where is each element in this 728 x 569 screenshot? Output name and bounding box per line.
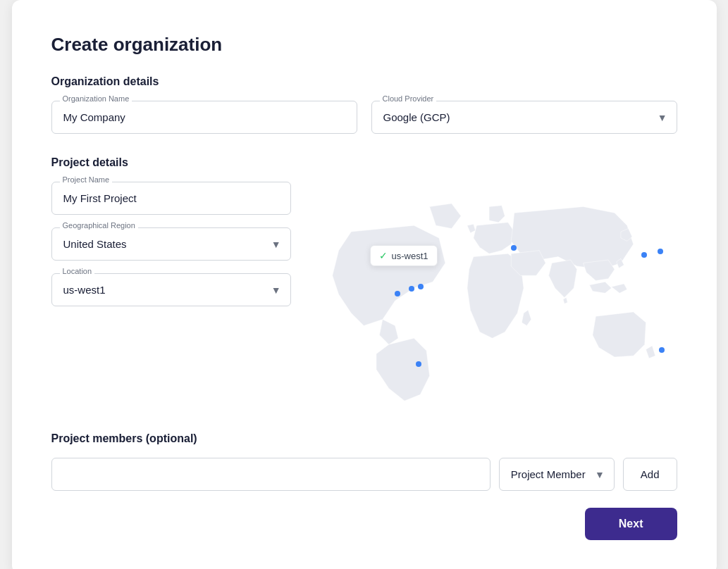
main-card: Create organization Organization details…: [12, 0, 717, 569]
org-details-row: Organization Name Cloud Provider Google …: [51, 101, 677, 134]
map-tooltip-check-icon: ✓: [379, 250, 388, 261]
map-dot-asia1: [641, 252, 647, 258]
next-button[interactable]: Next: [585, 508, 677, 540]
location-field: Location us-west1 us-east1 us-central1 ▼: [51, 273, 291, 306]
add-member-button[interactable]: Add: [623, 458, 677, 491]
org-name-input[interactable]: [51, 101, 357, 134]
world-map: .land { fill: #e8eaf0; stroke: #fff; str…: [314, 182, 677, 407]
member-email-input[interactable]: [51, 458, 491, 491]
geo-region-select[interactable]: United States Europe Asia Pacific: [51, 227, 291, 261]
geo-region-field: Geographical Region United States Europe…: [51, 227, 291, 261]
org-details-heading: Organization details: [51, 75, 677, 88]
map-dot-us3: [418, 284, 424, 289]
cloud-provider-field: Cloud Provider Google (GCP) AWS Azure ▼: [371, 101, 677, 134]
members-row: Project Member Admin Viewer ▼ Add: [51, 458, 677, 491]
org-name-field: Organization Name: [51, 101, 357, 134]
location-select[interactable]: us-west1 us-east1 us-central1: [51, 273, 291, 306]
project-details-heading: Project details: [51, 156, 677, 169]
project-members-heading: Project members (optional): [51, 432, 677, 445]
project-members-section: Project members (optional) Project Membe…: [51, 432, 677, 491]
map-dot-au: [659, 347, 665, 353]
map-dot-asia2: [658, 249, 663, 254]
cloud-provider-select[interactable]: Google (GCP) AWS Azure: [371, 101, 677, 134]
page-title: Create organization: [51, 34, 677, 56]
project-name-input[interactable]: [51, 182, 291, 215]
project-content: Project Name Geographical Region United …: [51, 182, 677, 410]
footer-row: Next: [51, 508, 677, 540]
project-form: Project Name Geographical Region United …: [51, 182, 291, 319]
map-tooltip-label: us-west1: [392, 251, 428, 261]
project-details-section: Project details Project Name Geographica…: [51, 156, 677, 410]
role-select-wrapper: Project Member Admin Viewer ▼: [499, 458, 615, 491]
org-details-section: Organization details Organization Name C…: [51, 75, 677, 134]
role-select[interactable]: Project Member Admin Viewer: [499, 458, 615, 491]
map-tooltip: ✓ us-west1: [370, 245, 438, 266]
project-name-field: Project Name: [51, 182, 291, 215]
map-dot-sa: [416, 361, 421, 367]
map-dot-us1: [395, 291, 400, 296]
map-container: ✓ us-west1 .land { fill: #e8eaf0; stroke…: [314, 182, 677, 410]
map-dot-us2: [409, 286, 414, 292]
map-dot-eu: [511, 245, 517, 251]
